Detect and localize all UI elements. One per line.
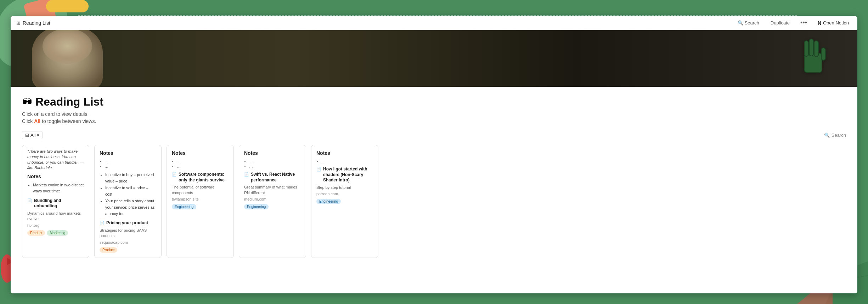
- card-3-link-row: 📄 Software components: only the giants s…: [172, 172, 229, 183]
- card-5-link-row: 📄 How I got started with shaders (Non-Sc…: [316, 167, 373, 183]
- card-2-bullet-3: Your price tells a story about your serv…: [105, 198, 156, 217]
- card-1-bullets: Markets evolve in two distinct ways over…: [27, 182, 84, 195]
- card-5[interactable]: Notes … 📄 How I got started with shaders…: [311, 145, 378, 258]
- card-5-link-icon: 📄: [316, 167, 321, 171]
- card-2-bullet-2: Incentive to sell = price – cost: [105, 185, 156, 197]
- card-2-bullets: Incentive to buy = perceived value – pri…: [100, 172, 156, 217]
- card-2-bullet-1: Incentive to buy = perceived value – pri…: [105, 172, 156, 184]
- svg-rect-6: [804, 41, 808, 56]
- all-view-button[interactable]: ⊞ All ▾: [22, 131, 43, 139]
- card-1-link-icon: 📄: [27, 198, 32, 203]
- page-title: Reading List: [35, 95, 103, 108]
- card-2[interactable]: Notes … … Incentive to buy = perceived v…: [94, 145, 162, 258]
- svg-rect-5: [809, 39, 813, 56]
- card-3-link-desc: The potential of software components: [172, 185, 229, 196]
- tag-engineering-4[interactable]: Engineering: [244, 204, 269, 209]
- banner: [11, 30, 857, 87]
- cards-grid: "There are two ways to make money in bus…: [22, 145, 846, 261]
- card-3-notes-label: Notes: [172, 150, 229, 156]
- card-2-tags: Product: [100, 247, 156, 253]
- card-1[interactable]: "There are two ways to make money in bus…: [22, 145, 89, 258]
- grid-icon: ⊞: [25, 133, 29, 138]
- more-options-button[interactable]: •••: [798, 18, 809, 28]
- open-notion-button[interactable]: N Open Notion: [815, 19, 852, 27]
- page-subtitle-2: Click All to toggle between views.: [22, 118, 846, 124]
- page-title-row: 🕶 Reading List: [22, 95, 846, 108]
- card-1-notes-label: Notes: [27, 174, 84, 179]
- card-1-bullet-1: Markets evolve in two distinct ways over…: [33, 182, 84, 195]
- card-3-link-domain: bwlampson.site: [172, 197, 229, 201]
- card-1-link-domain: hbr.org: [27, 223, 84, 227]
- topbar-right: 🔍 Search Duplicate ••• N Open Notion: [735, 18, 852, 28]
- topbar: ⊞ Reading List 🔍 Search Duplicate ••• N …: [11, 16, 857, 30]
- card-3[interactable]: Notes … … 📄 Software components: only th…: [167, 145, 234, 258]
- card-2-link-domain: sequoiacap.com: [100, 240, 156, 244]
- notion-icon: N: [818, 20, 821, 26]
- card-4-link-row: 📄 Swift vs. React Native performance: [244, 172, 301, 183]
- chevron-down-icon: ▾: [37, 133, 39, 138]
- card-4-link-icon: 📄: [244, 172, 249, 177]
- card-2-link-desc: Strategies for pricing SAAS products: [100, 228, 156, 239]
- card-4-dot-2: …: [249, 164, 301, 168]
- card-4-link-domain: medium.com: [244, 197, 301, 201]
- card-2-dot-1: …: [105, 159, 156, 163]
- card-4-notes-label: Notes: [244, 150, 301, 156]
- banner-figure: [32, 30, 103, 87]
- search-icon-right: 🔍: [824, 133, 830, 138]
- topbar-left: ⊞ Reading List: [16, 20, 735, 26]
- svg-rect-7: [821, 48, 825, 60]
- card-4[interactable]: Notes … … 📄 Swift vs. React Native perfo…: [239, 145, 306, 258]
- tag-product-2[interactable]: Product: [100, 247, 117, 253]
- card-2-link-icon: 📄: [100, 221, 105, 225]
- card-2-link-row: 📄 Pricing your product: [100, 220, 156, 226]
- card-4-dot-bullets: … …: [244, 159, 301, 168]
- card-1-tags: Product Marketing: [27, 230, 84, 236]
- card-4-tags: Engineering: [244, 204, 301, 209]
- card-1-link-desc: Dynamics around how markets evolve: [27, 211, 84, 222]
- card-3-dot-2: …: [177, 164, 229, 168]
- card-3-tags: Engineering: [172, 204, 229, 209]
- card-4-link-title: Swift vs. React Native performance: [251, 172, 301, 183]
- search-button[interactable]: 🔍 Search: [735, 19, 762, 27]
- card-5-dot-bullets: …: [316, 159, 373, 163]
- card-3-dot-1: …: [177, 159, 229, 163]
- page-subtitle-1: Click on a card to view details.: [22, 111, 846, 117]
- view-controls: ⊞ All ▾ 🔍 Search: [22, 131, 846, 139]
- card-5-link-title: How I got started with shaders (Non-Scar…: [323, 167, 373, 183]
- tag-marketing[interactable]: Marketing: [47, 230, 68, 236]
- page-emoji: 🕶: [22, 96, 32, 108]
- tag-engineering-5[interactable]: Engineering: [316, 199, 341, 204]
- cursor-hand-icon: [797, 37, 829, 83]
- card-2-notes-label: Notes: [100, 150, 156, 156]
- card-5-tags: Engineering: [316, 199, 373, 204]
- card-3-dot-bullets: … …: [172, 159, 229, 168]
- card-2-link-title: Pricing your product: [106, 220, 148, 226]
- card-3-link-icon: 📄: [172, 172, 177, 177]
- card-5-link-domain: patreon.com: [316, 192, 373, 196]
- card-3-link-title: Software components: only the giants sur…: [179, 172, 229, 183]
- main-window: ⊞ Reading List 🔍 Search Duplicate ••• N …: [11, 16, 857, 293]
- card-4-dot-1: …: [249, 159, 301, 163]
- card-5-dot-1: …: [321, 159, 373, 163]
- content-area: 🕶 Reading List Click on a card to view d…: [11, 87, 857, 293]
- card-1-quote: "There are two ways to make money in bus…: [27, 149, 84, 171]
- card-4-link-desc: Great summary of what makes RN different: [244, 185, 301, 196]
- all-badge[interactable]: All: [34, 118, 40, 124]
- card-5-notes-label: Notes: [316, 150, 373, 156]
- page-icon: ⊞: [16, 20, 21, 26]
- tag-engineering-3[interactable]: Engineering: [172, 204, 196, 209]
- svg-rect-4: [814, 41, 818, 57]
- card-1-link-row: 📄 Bundling and unbundling: [27, 198, 84, 209]
- card-2-dot-bullets: … …: [100, 159, 156, 168]
- bg-shape-yellow: [46, 0, 89, 12]
- card-1-link-title: Bundling and unbundling: [34, 198, 84, 209]
- card-5-link-desc: Step by step tutorial: [316, 185, 373, 190]
- card-2-dot-2: …: [105, 164, 156, 168]
- duplicate-button[interactable]: Duplicate: [768, 19, 793, 27]
- tag-product[interactable]: Product: [27, 230, 45, 236]
- search-icon: 🔍: [738, 20, 743, 26]
- search-right-button[interactable]: 🔍 Search: [824, 133, 846, 138]
- topbar-title: Reading List: [23, 20, 50, 26]
